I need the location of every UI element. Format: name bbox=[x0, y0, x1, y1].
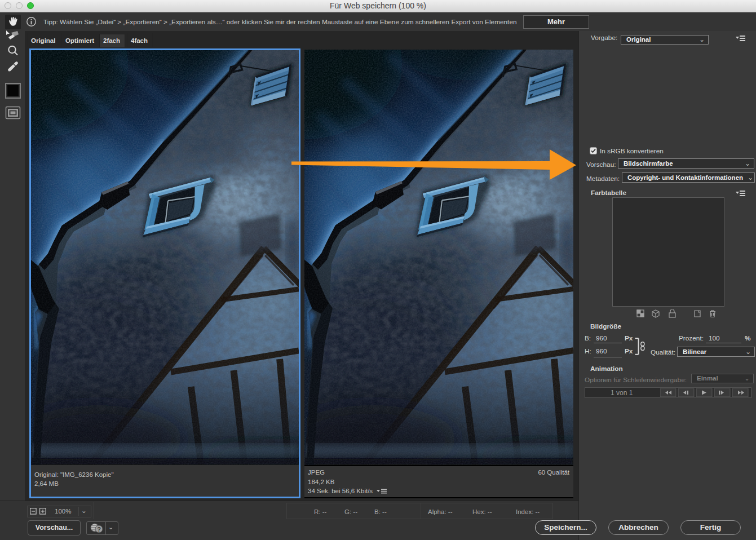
svg-text:?: ? bbox=[97, 526, 101, 533]
